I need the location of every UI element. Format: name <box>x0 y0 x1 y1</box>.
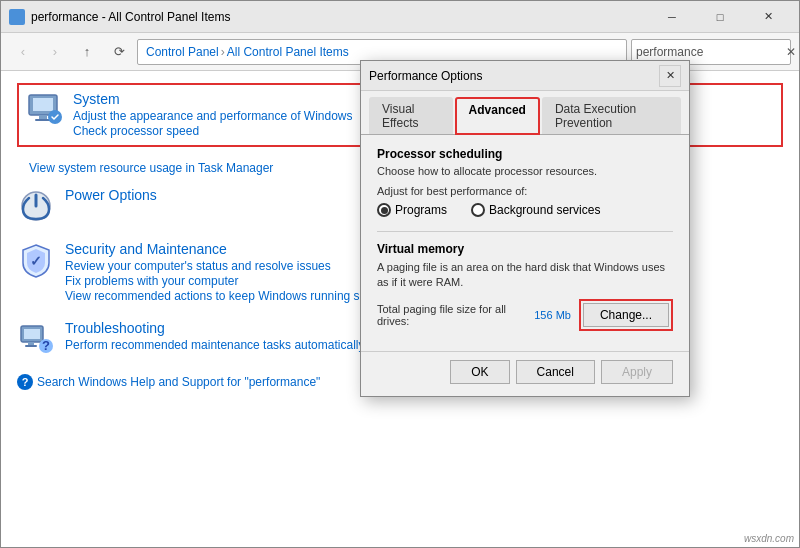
svg-rect-13 <box>28 342 34 345</box>
ok-button[interactable]: OK <box>450 360 509 384</box>
search-input[interactable] <box>636 45 786 59</box>
trouble-title[interactable]: Troubleshooting <box>65 320 364 336</box>
performance-options-dialog: Performance Options ✕ Visual Effects Adv… <box>360 60 690 397</box>
radio-background-label: Background services <box>489 203 600 217</box>
power-title[interactable]: Power Options <box>65 187 157 203</box>
system-link2[interactable]: Check processor speed <box>73 124 353 138</box>
tab-visual-effects[interactable]: Visual Effects <box>369 97 453 134</box>
radio-programs-circle <box>377 203 391 217</box>
system-link1[interactable]: Adjust the appearance and performance of… <box>73 109 353 123</box>
vm-total-label: Total paging file size for all drives: <box>377 303 534 327</box>
section-divider <box>377 231 673 232</box>
trouble-link1[interactable]: Perform recommended maintenance tasks au… <box>65 338 364 352</box>
help-link[interactable]: Search Windows Help and Support for "per… <box>37 375 320 389</box>
dialog-close-button[interactable]: ✕ <box>659 65 681 87</box>
power-icon <box>17 187 55 225</box>
proc-sched-sub: Adjust for best performance of: <box>377 185 673 197</box>
system-title[interactable]: System <box>73 91 353 107</box>
trouble-icon: ? <box>17 320 55 358</box>
svg-text:?: ? <box>42 338 50 353</box>
vm-title: Virtual memory <box>377 242 673 256</box>
trouble-content: Troubleshooting Perform recommended main… <box>65 320 364 358</box>
processor-scheduling-section: Processor scheduling Choose how to alloc… <box>377 147 673 217</box>
watermark: wsxdn.com <box>744 533 794 544</box>
dialog-tabs: Visual Effects Advanced Data Execution P… <box>361 91 689 135</box>
vm-total-value: 156 Mb <box>534 309 571 321</box>
virtual-memory-section: Virtual memory A paging file is an area … <box>377 242 673 331</box>
security-link2[interactable]: Fix problems with your computer <box>65 274 402 288</box>
back-button[interactable]: ‹ <box>9 38 37 66</box>
security-icon: ✓ <box>17 241 55 279</box>
svg-rect-12 <box>24 329 40 339</box>
app-icon <box>9 9 25 25</box>
power-content: Power Options <box>65 187 157 225</box>
vm-desc: A paging file is an area on the hard dis… <box>377 260 673 291</box>
change-button[interactable]: Change... <box>583 303 669 327</box>
radio-programs-label: Programs <box>395 203 447 217</box>
window-controls: ─ □ ✕ <box>649 1 791 33</box>
window-title: performance - All Control Panel Items <box>31 10 649 24</box>
security-link1[interactable]: Review your computer's status and resolv… <box>65 259 402 273</box>
apply-button[interactable]: Apply <box>601 360 673 384</box>
svg-text:✓: ✓ <box>30 253 42 269</box>
radio-background-circle <box>471 203 485 217</box>
change-button-highlight: Change... <box>579 299 673 331</box>
title-bar: performance - All Control Panel Items ─ … <box>1 1 799 33</box>
breadcrumb: Control Panel › All Control Panel Items <box>146 45 349 59</box>
tab-data-execution[interactable]: Data Execution Prevention <box>542 97 681 134</box>
security-link3[interactable]: View recommended actions to keep Windows… <box>65 289 402 303</box>
svg-rect-14 <box>25 345 37 347</box>
minimize-button[interactable]: ─ <box>649 1 695 33</box>
forward-button[interactable]: › <box>41 38 69 66</box>
system-icon <box>27 91 65 129</box>
proc-sched-desc: Choose how to allocate processor resourc… <box>377 165 673 177</box>
search-button[interactable]: ✕ <box>786 42 796 62</box>
breadcrumb-item-all[interactable]: All Control Panel Items <box>227 45 349 59</box>
svg-rect-5 <box>33 98 53 111</box>
proc-sched-title: Processor scheduling <box>377 147 673 161</box>
radio-programs[interactable]: Programs <box>377 203 447 217</box>
svg-rect-3 <box>18 18 23 23</box>
svg-rect-1 <box>18 11 23 16</box>
svg-rect-0 <box>11 11 16 16</box>
security-content: Security and Maintenance Review your com… <box>65 241 402 304</box>
breadcrumb-sep1: › <box>221 45 225 59</box>
dialog-title-bar: Performance Options ✕ <box>361 61 689 91</box>
refresh-button[interactable]: ⟳ <box>105 38 133 66</box>
radio-background[interactable]: Background services <box>471 203 600 217</box>
cancel-button[interactable]: Cancel <box>516 360 595 384</box>
dialog-content: Processor scheduling Choose how to alloc… <box>361 135 689 351</box>
dialog-title: Performance Options <box>369 69 659 83</box>
svg-rect-2 <box>11 18 16 23</box>
up-button[interactable]: ↑ <box>73 38 101 66</box>
security-title[interactable]: Security and Maintenance <box>65 241 402 257</box>
system-content: System Adjust the appearance and perform… <box>73 91 353 139</box>
help-icon: ? <box>17 374 33 390</box>
close-button[interactable]: ✕ <box>745 1 791 33</box>
maximize-button[interactable]: □ <box>697 1 743 33</box>
dialog-footer: OK Cancel Apply <box>361 351 689 396</box>
svg-rect-6 <box>39 115 47 119</box>
tab-advanced[interactable]: Advanced <box>455 97 540 135</box>
radio-group: Programs Background services <box>377 203 673 217</box>
breadcrumb-item-cp[interactable]: Control Panel <box>146 45 219 59</box>
vm-total-row: Total paging file size for all drives: 1… <box>377 299 673 331</box>
